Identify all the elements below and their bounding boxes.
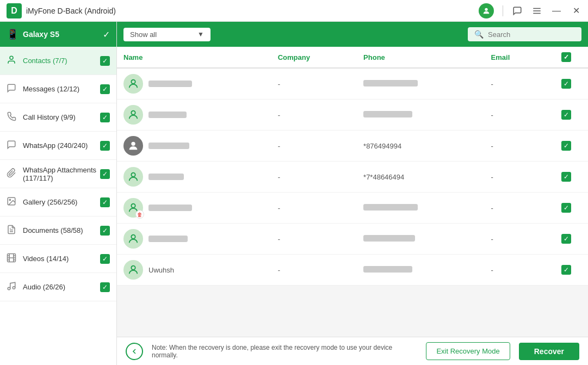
app-body: 📱 Galaxy S5 ✓ Contacts (7/7) ✓ Messages … [0, 22, 588, 365]
svg-point-19 [131, 80, 135, 84]
contact-email-cell: - [485, 100, 545, 131]
contact-select-cell[interactable]: ✓ [545, 162, 588, 193]
audio-checkbox[interactable]: ✓ [100, 282, 110, 292]
filter-dropdown[interactable]: Show all ▼ [123, 28, 211, 41]
contact-company-cell: - [271, 100, 357, 131]
col-name: Name [117, 47, 271, 68]
contact-select-cell[interactable]: ✓ [545, 224, 588, 255]
sidebar-item-gallery[interactable]: Gallery (256/256) ✓ [0, 188, 116, 216]
table-row[interactable]: - *876494994 - ✓ [117, 131, 588, 162]
contact-phone-cell: *876494994 [357, 131, 485, 162]
svg-point-0 [485, 8, 487, 10]
whatsapp-checkbox[interactable]: ✓ [100, 141, 110, 151]
content-area: Show all ▼ 🔍 Name Company Phone Email [117, 22, 588, 365]
content-header: Show all ▼ 🔍 [117, 22, 588, 47]
sidebar-item-videos[interactable]: Videos (14/14) ✓ [0, 245, 116, 273]
search-box[interactable]: 🔍 [468, 27, 581, 41]
titlebar: D iMyFone D-Back (Android) — ✕ [0, 0, 588, 22]
table-header-row: Name Company Phone Email ✓ [117, 47, 588, 68]
contact-select-cell[interactable]: ✓ [545, 193, 588, 224]
sidebar-item-call-history[interactable]: Call History (9/9) ✓ [0, 103, 116, 132]
dropdown-text: Show all [130, 30, 193, 39]
table-row[interactable]: - - ✓ [117, 68, 588, 100]
contact-select-cell[interactable]: ✓ [545, 100, 588, 131]
exit-recovery-button[interactable]: Exit Recovery Mode [426, 342, 510, 360]
separator [503, 5, 503, 16]
contact-company-cell: - [271, 193, 357, 224]
contact-email-cell: - [485, 193, 545, 224]
videos-checkbox[interactable]: ✓ [100, 254, 110, 264]
col-phone: Phone [357, 47, 485, 68]
minimize-button[interactable]: — [551, 5, 562, 16]
col-company: Company [271, 47, 357, 68]
contact-select-cell[interactable]: ✓ [545, 131, 588, 162]
svg-point-6 [9, 199, 10, 200]
contact-email-cell: - [485, 255, 545, 286]
gallery-icon [7, 196, 18, 208]
audio-label: Audio (26/26) [23, 283, 100, 291]
device-icon: 📱 [7, 28, 18, 40]
contacts-checkbox[interactable]: ✓ [100, 56, 110, 66]
recover-button[interactable]: Recover [519, 343, 579, 360]
messages-checkbox[interactable]: ✓ [100, 84, 110, 94]
user-avatar[interactable] [479, 3, 494, 18]
contact-phone-cell [357, 100, 485, 131]
contact-company-cell: - [271, 68, 357, 100]
close-button[interactable]: ✕ [571, 5, 581, 16]
sidebar-item-messages[interactable]: Messages (12/12) ✓ [0, 75, 116, 103]
documents-checkbox[interactable]: ✓ [100, 226, 110, 236]
search-icon: 🔍 [474, 30, 484, 39]
sidebar-header: 📱 Galaxy S5 ✓ [0, 22, 116, 47]
contact-phone-cell [357, 193, 485, 224]
table-row[interactable]: - *7*48646494 - ✓ [117, 162, 588, 193]
whatsapp-label: WhatsApp (240/240) [23, 141, 100, 150]
contact-company-cell: - [271, 255, 357, 286]
audio-icon [7, 281, 18, 293]
menu-icon[interactable] [531, 5, 542, 16]
videos-label: Videos (14/14) [23, 255, 100, 263]
contact-phone-cell [357, 255, 485, 286]
svg-point-23 [131, 204, 135, 208]
footer-note: Note: When the recovery is done, please … [152, 344, 417, 359]
sidebar-item-whatsapp[interactable]: WhatsApp (240/240) ✓ [0, 132, 116, 160]
window-controls: — ✕ [479, 3, 581, 18]
col-select-all[interactable]: ✓ [545, 47, 588, 68]
contact-name-cell [117, 100, 271, 131]
table-row[interactable]: - - ✓ [117, 224, 588, 255]
whatsapp-attachments-checkbox[interactable]: ✓ [100, 169, 110, 179]
documents-icon [7, 225, 18, 237]
whatsapp-attachments-label: WhatsApp Attachments (117/117) [23, 166, 100, 182]
gallery-checkbox[interactable]: ✓ [100, 197, 110, 207]
call-history-checkbox[interactable]: ✓ [100, 113, 110, 122]
contact-company-cell: - [271, 131, 357, 162]
contact-select-cell[interactable]: ✓ [545, 255, 588, 286]
contact-name-cell [117, 162, 271, 193]
table-row[interactable]: - - ✓ [117, 100, 588, 131]
contact-email-cell: - [485, 68, 545, 100]
contacts-table: Name Company Phone Email ✓ [117, 47, 588, 286]
svg-point-17 [8, 287, 10, 290]
contact-name-cell: 🗑 [117, 193, 271, 224]
contact-select-cell[interactable]: ✓ [545, 68, 588, 100]
sidebar-item-whatsapp-attachments[interactable]: WhatsApp Attachments (117/117) ✓ [0, 160, 116, 188]
svg-point-4 [10, 56, 13, 59]
table-row[interactable]: Uwuhsh - - ✓ [117, 255, 588, 286]
messages-label: Messages (12/12) [23, 85, 100, 93]
table-row[interactable]: 🗑 - - ✓ [117, 193, 588, 224]
dropdown-arrow-icon: ▼ [197, 30, 204, 38]
contacts-label: Contacts (7/7) [23, 57, 100, 65]
col-email: Email [485, 47, 545, 68]
contact-email-cell: - [485, 224, 545, 255]
contact-name-cell: Uwuhsh [117, 255, 271, 286]
contact-name-cell [117, 131, 271, 162]
back-button[interactable] [126, 343, 143, 360]
app-title: iMyFone D-Back (Android) [26, 7, 479, 15]
footer: Note: When the recovery is done, please … [117, 337, 588, 365]
device-check-icon: ✓ [103, 29, 110, 40]
chat-icon[interactable] [512, 5, 523, 16]
search-input[interactable] [488, 30, 575, 39]
sidebar-item-documents[interactable]: Documents (58/58) ✓ [0, 216, 116, 245]
device-name: Galaxy S5 [23, 30, 59, 39]
sidebar-item-audio[interactable]: Audio (26/26) ✓ [0, 273, 116, 301]
sidebar-item-contacts[interactable]: Contacts (7/7) ✓ [0, 47, 116, 75]
